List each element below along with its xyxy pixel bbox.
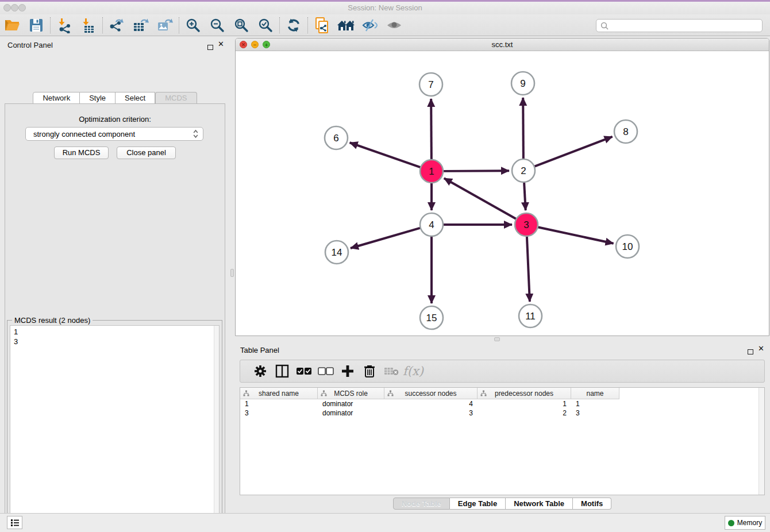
delete-column-trash-icon[interactable] — [359, 363, 380, 380]
optimization-criterion-value: strongly connected component — [33, 130, 193, 138]
edge-1-2[interactable] — [443, 171, 509, 171]
close-panel-icon[interactable]: ✕ — [218, 41, 224, 47]
search-field[interactable] — [596, 19, 763, 32]
tab-motifs[interactable]: Motifs — [573, 498, 611, 510]
table-cell[interactable]: 2 — [478, 408, 571, 418]
edge-4-14[interactable] — [351, 228, 421, 248]
task-history-button[interactable] — [7, 516, 22, 529]
edge-3-10[interactable] — [538, 227, 614, 244]
window-minimize-button[interactable] — [11, 4, 18, 11]
deselect-all-columns-icon[interactable] — [315, 363, 337, 380]
select-all-columns-icon[interactable] — [293, 363, 315, 380]
column-header-successor-nodes[interactable]: successor nodes — [384, 388, 478, 399]
node-label-1: 1 — [429, 166, 434, 177]
optimization-criterion-select[interactable]: strongly connected component — [25, 127, 203, 141]
table-scrollbar[interactable] — [759, 388, 764, 495]
open-session-icon[interactable] — [0, 16, 24, 35]
splitter-grip[interactable] — [230, 269, 234, 277]
import-network-icon[interactable] — [52, 16, 76, 35]
import-table-icon[interactable] — [76, 16, 101, 35]
splitter-grip[interactable] — [494, 337, 500, 341]
network-close-button[interactable]: ✕ — [240, 41, 247, 48]
mcds-result-scrollbar[interactable] — [214, 326, 219, 532]
table-cell[interactable]: 1 — [240, 399, 318, 408]
control-panel-tabs: NetworkStyleSelectMCDS — [0, 92, 230, 104]
close-panel-icon[interactable]: ✕ — [758, 346, 764, 352]
tab-select[interactable]: Select — [116, 92, 155, 104]
vertical-splitter[interactable] — [230, 36, 234, 513]
table-row[interactable]: 1dominator411 — [240, 399, 764, 408]
control-panel: Control Panel ✕ NetworkStyleSelectMCDS O… — [0, 36, 230, 513]
export-table-icon[interactable] — [129, 16, 153, 35]
toggle-panel-columns-icon[interactable] — [271, 363, 293, 380]
table-panel-header: Table Panel ✕ — [234, 342, 770, 357]
export-image-icon[interactable] — [153, 16, 177, 35]
edge-2-9[interactable] — [523, 98, 523, 159]
houses-icon[interactable] — [334, 16, 358, 35]
edge-2-8[interactable] — [534, 137, 613, 167]
table-row[interactable]: 3dominator323 — [240, 408, 764, 418]
tab-style[interactable]: Style — [80, 92, 116, 104]
window-close-button[interactable] — [3, 4, 11, 11]
network-minimize-button[interactable]: − — [251, 41, 259, 48]
node-label-3: 3 — [523, 219, 529, 230]
table-column-header[interactable]: shared nameMCDS rolesuccessor nodesprede… — [240, 388, 619, 399]
float-panel-icon[interactable] — [748, 346, 753, 357]
mcds-result-text[interactable]: 1 3 — [10, 325, 220, 532]
table-cell[interactable]: 3 — [240, 408, 318, 418]
zoom-in-icon[interactable] — [181, 16, 205, 35]
edge-1-7[interactable] — [431, 99, 432, 160]
memory-label: Memory — [737, 519, 762, 527]
table-cell[interactable]: 3 — [384, 408, 478, 418]
add-column-icon[interactable] — [337, 363, 359, 380]
table-rows[interactable]: 1dominator4113dominator323 — [240, 399, 764, 418]
table-cell[interactable]: 1 — [478, 399, 571, 408]
optimization-criterion-label: Optimization criterion: — [0, 115, 230, 124]
close-panel-button[interactable]: Close panel — [117, 147, 176, 159]
edge-2-3[interactable] — [524, 182, 526, 210]
node-label-14: 14 — [332, 247, 342, 258]
table-cell[interactable]: dominator — [318, 408, 384, 418]
save-session-icon[interactable] — [24, 16, 48, 35]
run-mcds-button[interactable]: Run MCDS — [54, 147, 109, 159]
export-network-icon[interactable] — [105, 16, 129, 35]
table-cell[interactable]: 3 — [571, 408, 619, 418]
column-settings-gear-icon[interactable] — [249, 363, 271, 380]
zoom-selected-icon[interactable] — [253, 16, 278, 35]
refresh-icon[interactable] — [282, 16, 306, 35]
memory-button[interactable]: Memory — [725, 516, 765, 530]
float-panel-icon[interactable] — [207, 42, 213, 52]
tab-node-table[interactable]: Node Table — [393, 498, 450, 510]
node-label-8: 8 — [623, 126, 628, 137]
edge-3-1[interactable] — [444, 178, 517, 219]
tab-network-table[interactable]: Network Table — [506, 498, 573, 510]
column-type-icon — [480, 390, 487, 396]
node-table[interactable]: shared nameMCDS rolesuccessor nodesprede… — [240, 387, 765, 495]
network-window-titlebar[interactable]: ✕ − ＋ scc.txt — [236, 38, 769, 51]
tab-edge-table[interactable]: Edge Table — [450, 498, 506, 510]
column-header-shared-name[interactable]: shared name — [240, 388, 318, 399]
show-graphics-details-icon[interactable] — [382, 16, 406, 35]
edge-3-11[interactable] — [527, 236, 530, 302]
app-title: Session: New Session — [0, 2, 770, 14]
column-header-predecessor-nodes[interactable]: predecessor nodes — [478, 388, 571, 399]
node-label-4: 4 — [429, 219, 434, 230]
window-zoom-button[interactable] — [18, 4, 26, 11]
column-header-MCDS-role[interactable]: MCDS role — [318, 388, 384, 399]
zoom-fit-icon[interactable] — [229, 16, 253, 35]
table-cell[interactable]: dominator — [318, 399, 384, 408]
zoom-out-icon[interactable] — [205, 16, 229, 35]
table-cell[interactable]: 1 — [571, 399, 619, 408]
clone-network-icon[interactable] — [310, 16, 334, 35]
tab-network[interactable]: Network — [33, 92, 80, 104]
horizontal-splitter[interactable] — [234, 336, 770, 342]
tab-mcds[interactable]: MCDS — [155, 92, 197, 104]
hide-graphics-details-icon[interactable] — [358, 16, 382, 35]
edge-1-6[interactable] — [350, 142, 421, 167]
table-panel-title: Table Panel — [240, 346, 279, 354]
column-header-name[interactable]: name — [571, 388, 619, 399]
network-graph-canvas[interactable]: 1234678910111415 — [236, 51, 769, 336]
search-input[interactable] — [611, 21, 762, 30]
table-cell[interactable]: 4 — [384, 399, 478, 408]
network-maximize-button[interactable]: ＋ — [263, 41, 270, 48]
